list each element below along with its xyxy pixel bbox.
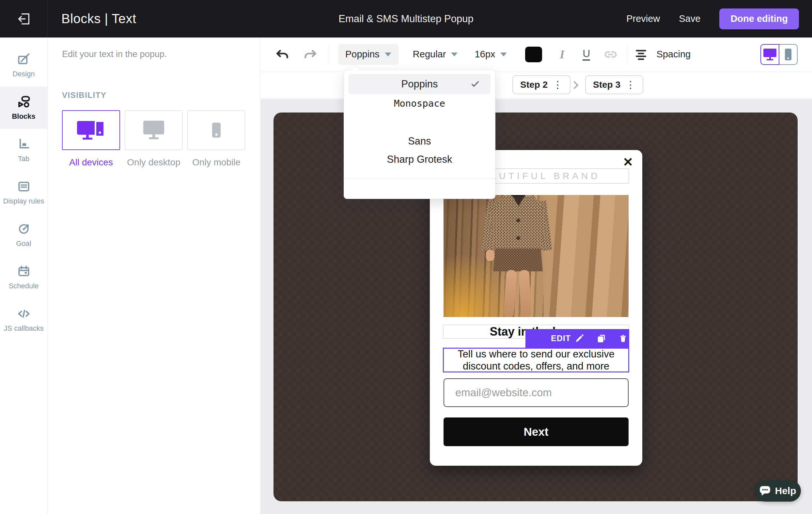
panel-description: Edit your text in the popup. bbox=[62, 49, 246, 59]
sidebar-item-schedule[interactable]: Schedule bbox=[0, 256, 47, 298]
step-more-icon[interactable]: ⋮ bbox=[553, 80, 563, 90]
fashion-model-figure bbox=[475, 195, 560, 317]
visibility-heading: VISIBILITY bbox=[62, 91, 246, 100]
trash-icon[interactable] bbox=[618, 334, 628, 343]
sidebar-item-js-callbacks[interactable]: JS callbacks bbox=[0, 298, 47, 341]
chevron-down-icon bbox=[500, 53, 507, 56]
font-option-label: Sharp Grotesk bbox=[387, 154, 452, 165]
all-devices-icon bbox=[77, 120, 105, 140]
spacing-button[interactable]: Spacing bbox=[656, 49, 691, 60]
font-size-value: 16px bbox=[474, 49, 495, 60]
close-icon[interactable]: ✕ bbox=[623, 156, 633, 168]
visibility-option-label: Only mobile bbox=[187, 157, 245, 168]
selected-text-block[interactable]: Tell us where to send our exclusive disc… bbox=[443, 348, 629, 372]
email-field[interactable] bbox=[443, 378, 629, 407]
menu-divider bbox=[344, 178, 495, 179]
visibility-only-mobile[interactable]: Only mobile bbox=[187, 110, 245, 168]
duplicate-icon[interactable] bbox=[596, 334, 606, 343]
next-button[interactable]: Next bbox=[443, 418, 629, 446]
text-toolbar: Poppins Regular 16px I U Spacing bbox=[261, 37, 812, 71]
step-more-icon[interactable]: ⋮ bbox=[626, 80, 635, 90]
font-family-menu: Poppins Monospace Sans Sharp Grotesk bbox=[344, 70, 495, 199]
sidebar-item-label: JS callbacks bbox=[4, 324, 44, 333]
sidebar-item-display-rules[interactable]: Display rules bbox=[0, 171, 47, 214]
tab-step-3[interactable]: Step 3 ⋮ bbox=[585, 75, 643, 94]
sidebar-item-blocks[interactable]: Blocks bbox=[0, 86, 47, 129]
help-button[interactable]: Help bbox=[755, 480, 801, 502]
sidebar-item-tab[interactable]: Tab bbox=[0, 129, 47, 171]
display-rules-icon bbox=[17, 179, 31, 194]
save-button[interactable]: Save bbox=[679, 13, 700, 24]
sidebar: Design Blocks Tab Display rules Goal bbox=[0, 37, 48, 514]
chevron-down-icon bbox=[385, 53, 391, 56]
done-editing-button[interactable]: Done editing bbox=[719, 8, 799, 29]
visibility-options: All devices Only desktop Only mobile bbox=[62, 110, 246, 168]
font-size-dropdown[interactable]: 16px bbox=[474, 49, 507, 60]
collapse-panel-button[interactable] bbox=[0, 0, 48, 37]
font-option-monospace[interactable]: Monospace bbox=[344, 94, 495, 113]
edit-button[interactable]: EDIT bbox=[551, 334, 584, 343]
italic-button[interactable]: I bbox=[560, 48, 564, 61]
chat-icon bbox=[759, 485, 771, 496]
chevron-down-icon bbox=[451, 53, 458, 56]
desktop-icon bbox=[763, 49, 777, 60]
font-weight-dropdown[interactable]: Regular bbox=[413, 49, 458, 60]
step-label: Step 3 bbox=[593, 80, 620, 90]
goal-icon bbox=[17, 222, 31, 236]
sidebar-item-design[interactable]: Design bbox=[0, 44, 47, 86]
sidebar-item-label: Design bbox=[12, 70, 35, 78]
code-icon bbox=[17, 307, 31, 321]
sidebar-item-label: Tab bbox=[18, 155, 29, 163]
sidebar-item-label: Blocks bbox=[12, 112, 35, 121]
device-preview-toggle bbox=[760, 44, 798, 65]
sidebar-item-label: Display rules bbox=[3, 197, 45, 206]
undo-icon[interactable] bbox=[275, 47, 290, 62]
page-title: Blocks | Text bbox=[61, 11, 137, 26]
font-option-poppins[interactable]: Poppins bbox=[349, 74, 491, 94]
font-option-blank[interactable] bbox=[344, 113, 495, 132]
font-option-sans[interactable]: Sans bbox=[344, 132, 495, 150]
visibility-only-desktop[interactable]: Only desktop bbox=[125, 110, 183, 168]
link-icon[interactable] bbox=[603, 47, 618, 62]
popup-image-block[interactable] bbox=[443, 195, 629, 317]
font-option-label: Poppins bbox=[401, 78, 438, 90]
visibility-all-devices[interactable]: All devices bbox=[62, 110, 120, 168]
design-icon bbox=[17, 52, 31, 66]
redo-icon[interactable] bbox=[302, 47, 318, 62]
schedule-icon bbox=[17, 264, 31, 278]
sidebar-item-goal[interactable]: Goal bbox=[0, 214, 47, 256]
font-family-dropdown[interactable]: Poppins bbox=[338, 44, 399, 65]
underline-button[interactable]: U bbox=[583, 48, 590, 61]
edit-label: EDIT bbox=[551, 334, 571, 343]
tab-icon bbox=[17, 137, 31, 151]
block-edit-toolbar: EDIT bbox=[525, 329, 629, 348]
font-option-label: Monospace bbox=[394, 98, 445, 109]
body-text-line: discount codes, offers, and more bbox=[463, 360, 609, 372]
desktop-preview-button[interactable] bbox=[760, 44, 779, 65]
toolbar-divider bbox=[627, 45, 627, 64]
campaign-title: Email & SMS Multistep Popup bbox=[339, 13, 473, 25]
collapse-icon[interactable] bbox=[16, 11, 31, 26]
sidebar-item-label: Schedule bbox=[9, 282, 39, 290]
text-color-swatch[interactable] bbox=[525, 47, 542, 62]
mobile-icon bbox=[212, 123, 221, 138]
visibility-option-label: Only desktop bbox=[125, 157, 183, 168]
tab-step-2[interactable]: Step 2 ⋮ bbox=[513, 75, 571, 94]
line-spacing-icon[interactable] bbox=[634, 48, 648, 61]
font-weight-value: Regular bbox=[413, 49, 446, 60]
desktop-icon bbox=[143, 121, 164, 140]
pencil-icon bbox=[575, 334, 584, 343]
check-icon bbox=[470, 79, 480, 89]
topbar: Blocks | Text Email & SMS Multistep Popu… bbox=[0, 0, 812, 37]
block-settings-panel: Edit your text in the popup. VISIBILITY … bbox=[48, 37, 260, 514]
blocks-icon bbox=[17, 95, 31, 109]
topbar-actions: Preview Save Done editing bbox=[626, 8, 812, 29]
font-option-sharp-grotesk[interactable]: Sharp Grotesk bbox=[344, 150, 495, 169]
mobile-preview-button[interactable] bbox=[779, 44, 798, 65]
popup-editor-app: Blocks | Text Email & SMS Multistep Popu… bbox=[0, 0, 812, 514]
help-label: Help bbox=[775, 485, 796, 496]
visibility-option-label: All devices bbox=[62, 157, 120, 168]
step-label: Step 2 bbox=[520, 80, 548, 90]
toolbar-divider bbox=[329, 45, 329, 64]
preview-button[interactable]: Preview bbox=[626, 13, 660, 24]
